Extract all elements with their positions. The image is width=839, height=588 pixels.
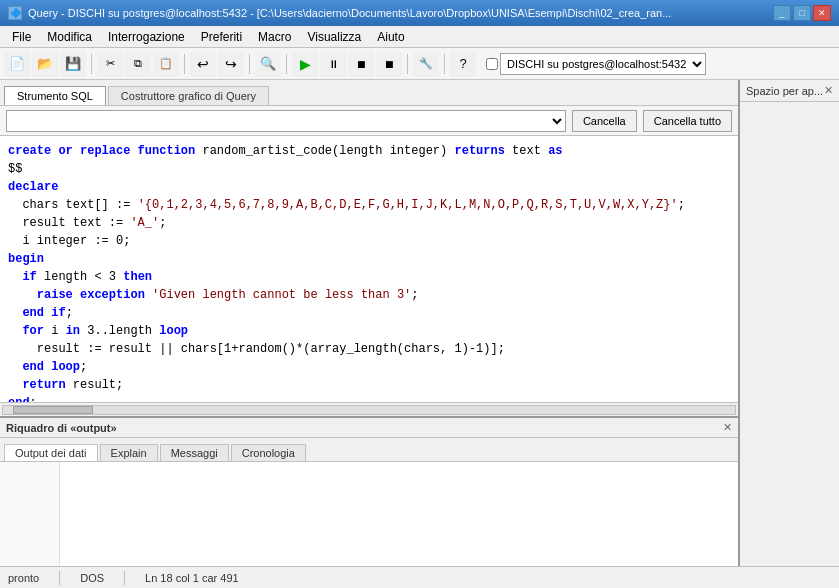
title-bar: 🔷 Query - DISCHI su postgres@localhost:5… bbox=[0, 0, 839, 26]
tb-stop2[interactable]: ⏹ bbox=[376, 51, 402, 77]
tb-open[interactable]: 📂 bbox=[32, 51, 58, 77]
scroll-thumb[interactable] bbox=[13, 406, 93, 414]
close-button[interactable]: ✕ bbox=[813, 5, 831, 21]
tb-run[interactable]: ▶ bbox=[292, 51, 318, 77]
tb-paste[interactable]: 📋 bbox=[153, 51, 179, 77]
editor-hscrollbar[interactable] bbox=[0, 402, 738, 416]
tb-undo[interactable]: ↩ bbox=[190, 51, 216, 77]
menu-interrogazione[interactable]: Interrogazione bbox=[100, 28, 193, 46]
output-data-area bbox=[60, 462, 738, 566]
separator-3 bbox=[249, 54, 250, 74]
menu-macro[interactable]: Macro bbox=[250, 28, 299, 46]
menu-visualizza[interactable]: Visualizza bbox=[299, 28, 369, 46]
tab-costruttore[interactable]: Costruttore grafico di Query bbox=[108, 86, 269, 105]
output-title: Riquadro di «output» bbox=[6, 422, 117, 434]
title-bar-left: 🔷 Query - DISCHI su postgres@localhost:5… bbox=[8, 6, 671, 20]
right-panel: Spazio per ap... ✕ bbox=[739, 80, 839, 566]
status-encoding: DOS bbox=[80, 572, 104, 584]
output-header: Riquadro di «output» ✕ bbox=[0, 418, 738, 438]
output-tab-messaggi[interactable]: Messaggi bbox=[160, 444, 229, 461]
tb-help[interactable]: ? bbox=[450, 51, 476, 77]
query-combo[interactable] bbox=[6, 110, 566, 132]
tb-pause[interactable]: ⏸ bbox=[320, 51, 346, 77]
maximize-button[interactable]: □ bbox=[793, 5, 811, 21]
right-panel-close-button[interactable]: ✕ bbox=[824, 84, 833, 97]
menu-modifica[interactable]: Modifica bbox=[39, 28, 100, 46]
output-content bbox=[0, 462, 738, 566]
right-panel-header: Spazio per ap... ✕ bbox=[740, 80, 839, 102]
menu-aiuto[interactable]: Aiuto bbox=[369, 28, 412, 46]
tb-redo[interactable]: ↪ bbox=[218, 51, 244, 77]
title-controls: _ □ ✕ bbox=[773, 5, 831, 21]
query-input-bar: Cancella Cancella tutto bbox=[0, 106, 738, 136]
toolbar: 📄 📂 💾 ✂ ⧉ 📋 ↩ ↪ 🔍 ▶ ⏸ ⏹ ⏹ 🔧 ? DISCHI su … bbox=[0, 48, 839, 80]
tb-explain[interactable]: 🔧 bbox=[413, 51, 439, 77]
editor-scroll-container[interactable]: create or replace function random_artist… bbox=[0, 136, 738, 402]
tb-stop[interactable]: ⏹ bbox=[348, 51, 374, 77]
tb-new[interactable]: 📄 bbox=[4, 51, 30, 77]
output-close-button[interactable]: ✕ bbox=[723, 421, 732, 434]
minimize-button[interactable]: _ bbox=[773, 5, 791, 21]
separator-5 bbox=[407, 54, 408, 74]
separator-2 bbox=[184, 54, 185, 74]
server-select[interactable]: DISCHI su postgres@localhost:5432 bbox=[500, 53, 706, 75]
left-panel: Strumento SQL Costruttore grafico di Que… bbox=[0, 80, 739, 566]
output-tab-bar: Output dei dati Explain Messaggi Cronolo… bbox=[0, 438, 738, 462]
window-title: Query - DISCHI su postgres@localhost:543… bbox=[28, 7, 671, 19]
output-tab-data[interactable]: Output dei dati bbox=[4, 444, 98, 461]
status-sep-1 bbox=[59, 571, 60, 585]
output-tab-cronologia[interactable]: Cronologia bbox=[231, 444, 306, 461]
separator-1 bbox=[91, 54, 92, 74]
menu-bar: File Modifica Interrogazione Preferiti M… bbox=[0, 26, 839, 48]
separator-4 bbox=[286, 54, 287, 74]
menu-preferiti[interactable]: Preferiti bbox=[193, 28, 250, 46]
tb-search[interactable]: 🔍 bbox=[255, 51, 281, 77]
cancel-button[interactable]: Cancella bbox=[572, 110, 637, 132]
tab-strumento-sql[interactable]: Strumento SQL bbox=[4, 86, 106, 105]
tb-cut[interactable]: ✂ bbox=[97, 51, 123, 77]
output-row-numbers bbox=[0, 462, 60, 566]
app-icon: 🔷 bbox=[8, 6, 22, 20]
status-position: Ln 18 col 1 car 491 bbox=[145, 572, 239, 584]
status-bar: pronto DOS Ln 18 col 1 car 491 bbox=[0, 566, 839, 588]
right-panel-title: Spazio per ap... bbox=[746, 85, 823, 97]
main-container: Strumento SQL Costruttore grafico di Que… bbox=[0, 80, 839, 566]
server-checkbox[interactable] bbox=[486, 58, 498, 70]
tb-save[interactable]: 💾 bbox=[60, 51, 86, 77]
output-panel: Riquadro di «output» ✕ Output dei dati E… bbox=[0, 416, 738, 566]
menu-file[interactable]: File bbox=[4, 28, 39, 46]
editor-content: create or replace function random_artist… bbox=[8, 142, 730, 402]
status-sep-2 bbox=[124, 571, 125, 585]
cancel-all-button[interactable]: Cancella tutto bbox=[643, 110, 732, 132]
status-ready: pronto bbox=[8, 572, 39, 584]
output-tab-explain[interactable]: Explain bbox=[100, 444, 158, 461]
editor-tab-bar: Strumento SQL Costruttore grafico di Que… bbox=[0, 80, 738, 106]
scroll-track[interactable] bbox=[2, 405, 736, 415]
tb-copy[interactable]: ⧉ bbox=[125, 51, 151, 77]
code-editor[interactable]: create or replace function random_artist… bbox=[0, 136, 738, 402]
server-combo-container: DISCHI su postgres@localhost:5432 bbox=[486, 53, 706, 75]
separator-6 bbox=[444, 54, 445, 74]
